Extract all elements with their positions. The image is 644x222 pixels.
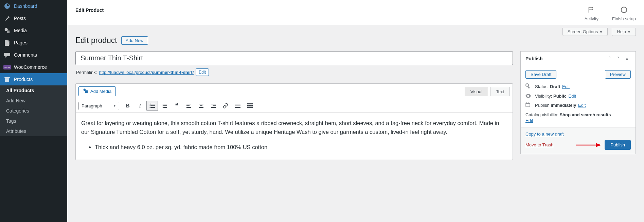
sidebar-item-products[interactable]: Products	[0, 73, 67, 85]
link-button[interactable]	[220, 101, 231, 111]
visibility-row: Visibility: Public Edit	[525, 93, 631, 99]
key-icon	[525, 83, 532, 90]
sidebar-item-label: Comments	[14, 52, 37, 58]
svg-rect-25	[235, 104, 240, 104]
pin-icon	[4, 15, 11, 22]
editor-toolbar: Paragraph B I 123 ❝	[76, 99, 513, 113]
sidebar-item-pages[interactable]: Pages	[0, 37, 67, 49]
sidebar-item-label: Posts	[14, 16, 26, 21]
media-icon	[83, 88, 88, 95]
status-row: Status: Draft Edit	[525, 83, 631, 90]
svg-rect-7	[151, 105, 155, 106]
svg-rect-13	[163, 105, 167, 106]
product-title-input[interactable]	[75, 51, 513, 65]
permalink-row: Permalink: http://fuadwe.local/product/s…	[76, 68, 512, 76]
align-left-button[interactable]	[183, 101, 195, 111]
svg-rect-11	[163, 104, 167, 104]
screen-options-toggle[interactable]: Screen Options▼	[562, 28, 608, 36]
publish-box: Publish ˄ ˅ ▲ Save Draft Preview	[520, 51, 636, 154]
preview-button[interactable]: Preview	[605, 70, 631, 79]
align-center-button[interactable]	[195, 101, 207, 111]
sidebar-sub-categories[interactable]: Categories	[0, 106, 67, 116]
tab-text[interactable]: Text	[490, 87, 510, 96]
schedule-row: Publish immediately Edit	[525, 102, 631, 108]
finish-setup-button[interactable]: Finish setup	[612, 6, 636, 21]
sidebar-sub-all-products[interactable]: All Products	[0, 85, 67, 96]
svg-rect-22	[211, 104, 216, 104]
svg-point-33	[526, 84, 529, 86]
numbered-list-button[interactable]: 123	[159, 101, 170, 111]
sidebar-sub-attributes[interactable]: Attributes	[0, 126, 67, 136]
sidebar-item-media[interactable]: Media	[0, 24, 67, 37]
edit-schedule-link[interactable]: Edit	[578, 103, 586, 108]
align-right-button[interactable]	[208, 101, 219, 111]
sidebar-item-dashboard[interactable]: Dashboard	[0, 0, 67, 12]
edit-permalink-button[interactable]: Edit	[196, 68, 209, 76]
svg-rect-15	[163, 107, 167, 108]
woo-icon: woo	[4, 64, 11, 70]
add-new-button[interactable]: Add New	[121, 36, 148, 45]
svg-rect-23	[213, 105, 216, 106]
sidebar-sub-add-new[interactable]: Add New	[0, 96, 67, 106]
topbar-title: Edit Product	[75, 6, 104, 13]
svg-rect-29	[247, 105, 249, 106]
editor-content[interactable]: Great for layering or wearing alone, thi…	[76, 113, 513, 160]
media-icon	[4, 27, 11, 34]
bold-button[interactable]: B	[122, 101, 133, 111]
page-header: Edit product Add New	[75, 25, 636, 51]
read-more-button[interactable]	[232, 101, 244, 111]
box-move-up-button[interactable]: ˄	[606, 55, 613, 62]
sidebar-item-comments[interactable]: Comments	[0, 49, 67, 61]
sidebar-submenu-products: All Products Add New Categories Tags Att…	[0, 85, 67, 136]
svg-rect-35	[526, 103, 530, 104]
copy-to-draft-link[interactable]: Copy to a new draft	[525, 132, 631, 137]
help-toggle[interactable]: Help▼	[612, 28, 636, 36]
quote-button[interactable]: ❝	[171, 101, 182, 111]
sidebar-item-woocommerce[interactable]: woo WooCommerce	[0, 61, 67, 73]
italic-button[interactable]: I	[134, 101, 146, 111]
topbar: Edit Product Activity Finish setup	[67, 0, 644, 25]
sidebar-sub-tags[interactable]: Tags	[0, 116, 67, 126]
svg-marker-39	[596, 143, 601, 147]
activity-label: Activity	[585, 16, 598, 21]
publish-button[interactable]: Publish	[605, 140, 631, 150]
flag-icon	[588, 6, 595, 15]
svg-rect-31	[251, 105, 253, 106]
edit-visibility-link[interactable]: Edit	[569, 94, 576, 99]
svg-point-6	[150, 105, 151, 106]
svg-point-1	[621, 7, 627, 13]
comments-icon	[4, 52, 11, 58]
dashboard-icon	[4, 3, 11, 9]
box-move-down-button[interactable]: ˅	[614, 55, 622, 62]
svg-point-4	[150, 104, 151, 105]
sidebar-item-label: Dashboard	[14, 3, 37, 9]
save-draft-button[interactable]: Save Draft	[525, 70, 556, 79]
sidebar-item-posts[interactable]: Posts	[0, 12, 67, 24]
edit-catalog-link[interactable]: Edit	[525, 118, 631, 123]
permalink-link[interactable]: http://fuadwe.local/product/summer-thin-…	[99, 70, 194, 75]
bullet-list-button[interactable]	[146, 101, 158, 111]
format-select[interactable]: Paragraph	[78, 102, 119, 110]
activity-button[interactable]: Activity	[585, 6, 598, 21]
pages-icon	[4, 39, 11, 46]
svg-rect-9	[151, 107, 155, 108]
svg-rect-27	[235, 107, 240, 108]
svg-rect-24	[211, 107, 216, 108]
circle-icon	[620, 6, 628, 15]
edit-status-link[interactable]: Edit	[562, 84, 570, 89]
editor-bullet: Thick and heavy 6.0 oz. per sq. yd. fabr…	[95, 143, 507, 152]
add-media-button[interactable]: Add Media	[78, 86, 116, 96]
svg-rect-3	[85, 90, 88, 93]
catalog-visibility-row: Catalog visibility: Shop and search resu…	[525, 112, 631, 123]
svg-point-8	[150, 107, 151, 108]
toolbar-toggle-button[interactable]	[244, 101, 256, 111]
move-to-trash-link[interactable]: Move to Trash	[525, 142, 553, 147]
admin-sidebar: Dashboard Posts Media Pages Comments woo…	[0, 0, 67, 222]
eye-icon	[525, 93, 532, 99]
annotation-arrow	[557, 143, 601, 147]
permalink-label: Permalink:	[76, 70, 97, 75]
box-toggle-button[interactable]: ▲	[623, 55, 631, 62]
sidebar-item-label: Products	[14, 77, 33, 82]
products-icon	[4, 76, 11, 83]
tab-visual[interactable]: Visual	[465, 87, 488, 96]
